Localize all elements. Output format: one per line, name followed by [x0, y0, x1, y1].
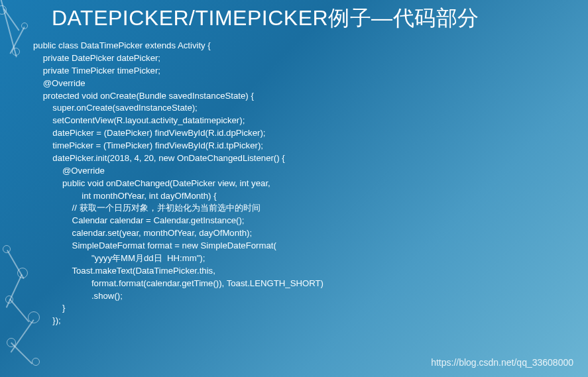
code-line: super.onCreate(savedInstanceState); [33, 102, 588, 115]
code-line: format.format(calendar.getTime()), Toast… [33, 278, 588, 290]
slide-title: DATEPICKER/TIMEPICKER例子—代码部分 [0, 0, 588, 33]
code-line: public class DataTimePicker extends Acti… [33, 40, 588, 52]
code-line: setContentView(R.layout.activity_datatim… [33, 115, 588, 127]
code-line: timePicker = (TimePicker) findViewById(R… [33, 140, 588, 152]
code-line: int monthOfYear, int dayOfMonth) { [33, 190, 588, 203]
deco-circle [7, 338, 16, 347]
code-line: }); [33, 315, 588, 327]
code-line: public void onDateChanged(DatePicker vie… [33, 178, 588, 190]
code-line: datePicker = (DatePicker) findViewById(R… [33, 127, 588, 140]
code-block: public class DataTimePicker extends Acti… [0, 33, 588, 327]
code-line: private DatePicker datePicker; [33, 52, 588, 65]
code-line: @Override [33, 165, 588, 178]
code-line: datePicker.init(2018, 4, 20, new OnDateC… [33, 152, 588, 165]
code-line: @Override [33, 78, 588, 90]
code-line: Calendar calendar = Calendar.getInstance… [33, 215, 588, 227]
deco-circle [32, 358, 40, 366]
code-line: } [33, 302, 588, 315]
deco-line [11, 343, 32, 364]
watermark: https://blog.csdn.net/qq_33608000 [431, 357, 573, 368]
code-line: private TimePicker timePicker; [33, 65, 588, 78]
code-line: // 获取一个日历对象，并初始化为当前选中的时间 [33, 202, 588, 215]
code-line: Toast.makeText(DataTimePicker.this, [33, 265, 588, 278]
code-line: calendar.set(year, monthOfYear, dayOfMon… [33, 227, 588, 240]
code-line: "yyyy年MM月dd日 HH:mm"); [33, 252, 588, 265]
code-line: SimpleDateFormat format = new SimpleDate… [33, 240, 588, 252]
code-line: protected void onCreate(Bundle savedInst… [33, 90, 588, 103]
code-line: .show(); [33, 290, 588, 303]
